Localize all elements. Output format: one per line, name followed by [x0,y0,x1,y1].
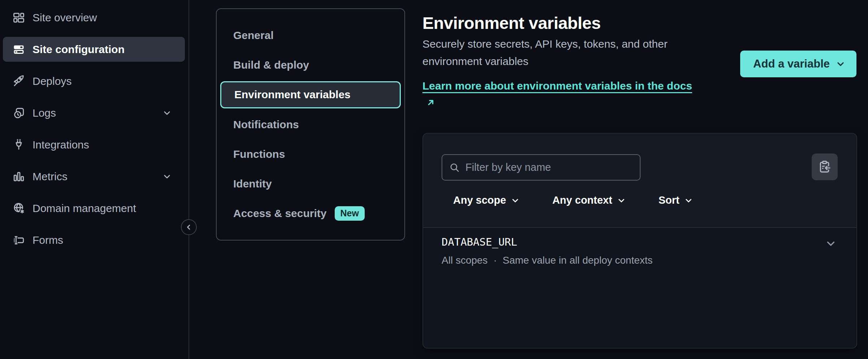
variable-row-database-url[interactable]: DATABASE_URL All scopes · Same value in … [423,228,856,275]
chevron-down-icon [684,196,693,205]
sidebar-item-deploys[interactable]: Deploys [3,69,185,94]
globe-asterisk-icon [12,202,25,215]
sidebar-item-label: Site overview [32,12,97,24]
tab-label: Access & security [233,207,327,220]
scope-filter-dropdown[interactable]: Any scope [453,194,520,206]
variable-scopes: All scopes [442,255,488,266]
page-description: Securely store secrets, API keys, tokens… [422,35,708,70]
filter-key-input[interactable] [465,161,633,173]
context-filter-label: Any context [552,194,612,206]
chevron-down-icon[interactable] [162,108,172,118]
sidebar-collapse-button[interactable] [181,219,197,235]
tab-build-deploy[interactable]: Build & deploy [220,52,401,78]
tab-notifications[interactable]: Notifications [220,111,401,138]
tab-label: General [233,29,274,42]
sidebar-item-forms[interactable]: Forms [3,228,185,252]
search-icon [449,162,460,173]
sidebar-item-integrations[interactable]: Integrations [3,132,185,157]
tab-label: Environment variables [234,88,351,101]
main-content: Environment variables Securely store sec… [422,0,857,359]
filter-bar: Any scope Any context Sort [453,194,693,206]
sort-label: Sort [659,194,680,206]
sidebar-item-label: Forms [32,234,63,246]
chevron-left-icon [185,223,193,232]
logs-clock-icon [12,107,25,120]
filter-search[interactable] [442,154,641,181]
tab-label: Build & deploy [233,59,309,71]
variable-meta: All scopes · Same value in all deploy co… [442,255,653,266]
netlify-site-settings-page: Site overview Site configuration Deploys [0,0,868,359]
sidebar-item-metrics[interactable]: Metrics [3,164,185,189]
form-input-icon [12,234,25,247]
chevron-down-icon[interactable] [162,172,172,181]
chevron-down-icon [511,196,520,205]
sidebar-item-label: Metrics [32,170,68,183]
tab-label: Notifications [233,118,299,131]
context-filter-dropdown[interactable]: Any context [552,194,626,206]
tab-label: Identity [233,178,272,190]
chevron-down-icon [617,196,626,205]
variables-card: Any scope Any context Sort DATABASE_URL [422,133,857,349]
docs-link[interactable]: Learn more about environment variables i… [422,77,704,112]
plug-icon [12,138,25,151]
expand-row-chevron-icon[interactable] [825,237,837,250]
tab-functions[interactable]: Functions [220,141,401,168]
rocket-icon [12,75,25,88]
sidebar-item-label: Integrations [32,139,89,151]
grid-overview-icon [12,11,25,24]
variable-contexts: Same value in all deploy contexts [503,255,653,266]
sidebar: Site overview Site configuration Deploys [0,0,189,359]
tab-label: Functions [233,148,285,160]
external-link-arrow-icon [425,97,436,108]
page-title: Environment variables [422,13,601,33]
variable-key: DATABASE_URL [442,236,517,248]
sidebar-item-logs[interactable]: Logs [3,100,185,125]
settings-nav: General Build & deploy Environment varia… [216,8,405,241]
import-env-button[interactable] [812,153,838,180]
sidebar-item-label: Site configuration [32,43,125,56]
tab-environment-variables[interactable]: Environment variables [220,81,401,108]
sidebar-item-site-configuration[interactable]: Site configuration [3,37,185,62]
sidebar-item-domain-management[interactable]: Domain management [3,196,185,221]
meta-separator: · [494,255,497,266]
add-variable-button[interactable]: Add a variable [740,51,856,77]
sidebar-item-label: Deploys [32,75,71,87]
scope-filter-label: Any scope [453,194,506,206]
tab-general[interactable]: General [220,22,401,49]
bar-chart-icon [12,170,25,183]
tab-identity[interactable]: Identity [220,170,401,197]
sort-dropdown[interactable]: Sort [659,194,693,206]
clipboard-import-icon [817,160,832,174]
sidebar-item-label: Domain management [32,202,136,215]
chevron-down-icon [836,59,846,69]
variables-list: DATABASE_URL All scopes · Same value in … [423,228,856,348]
docs-link-text: Learn more about environment variables i… [422,80,692,92]
sidebar-item-label: Logs [32,107,56,119]
sidebar-item-site-overview[interactable]: Site overview [3,5,185,30]
add-variable-label: Add a variable [753,57,830,70]
tab-access-security[interactable]: Access & security New [220,200,401,227]
new-badge: New [335,206,365,221]
server-stack-icon [12,43,25,56]
